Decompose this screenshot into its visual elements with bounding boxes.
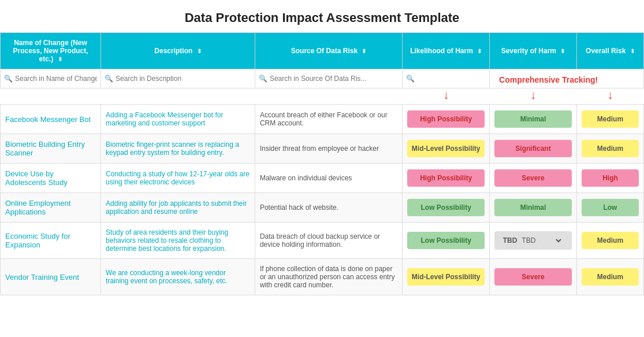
- search-icon-likelihood: 🔍: [406, 75, 415, 83]
- cell-name: Device Use by Adolescents Study: [1, 164, 101, 193]
- cell-severity: Severe: [490, 164, 577, 193]
- sort-icon-likelihood[interactable]: ⬍: [477, 48, 482, 54]
- search-icon-desc: 🔍: [105, 75, 113, 83]
- overall-badge: Low: [582, 199, 639, 216]
- cell-overall: Medium: [576, 223, 643, 259]
- search-name-cell: 🔍: [1, 69, 101, 88]
- cell-severity: Severe: [490, 259, 577, 295]
- cell-overall: High: [576, 164, 643, 193]
- table-row: Facebook Messenger BotAdding a Facebook …: [1, 105, 644, 134]
- search-icon-source: 🔍: [259, 75, 267, 83]
- search-icon-name: 🔍: [4, 75, 13, 83]
- overall-badge: Medium: [582, 268, 639, 286]
- arrow-severity: ↓: [490, 88, 577, 105]
- search-source-cell: 🔍: [255, 69, 402, 88]
- search-source-input[interactable]: [270, 75, 399, 83]
- likelihood-badge: Mid-Level Possibility: [407, 268, 485, 286]
- search-row: 🔍 🔍 🔍: [1, 69, 644, 88]
- search-desc-cell: 🔍: [101, 69, 255, 88]
- cell-severity: Significant: [490, 134, 577, 164]
- cell-source: Account breach of either Facebook or our…: [255, 105, 402, 134]
- table-row: Online Employment ApplicationsAdding abi…: [1, 193, 644, 223]
- cell-severity: Minimal: [490, 193, 577, 223]
- cell-source: Insider threat from employee or hacker: [255, 134, 402, 164]
- severity-badge: Significant: [494, 140, 572, 157]
- table-row: Economic Study for ExpansionStudy of are…: [1, 223, 644, 259]
- sort-icon-source[interactable]: ⬍: [362, 48, 366, 54]
- tbd-select[interactable]: TBDMinimalSignificantSevere: [519, 236, 563, 245]
- col-header-name: Name of Change (New Process, New Product…: [1, 33, 101, 69]
- col-header-likelihood: Likelihood of Harm ⬍: [403, 33, 490, 69]
- main-table: Name of Change (New Process, New Product…: [0, 32, 644, 295]
- cell-source: Potential hack of website.: [255, 193, 402, 223]
- arrow-overall: ↓: [576, 88, 643, 105]
- col-header-severity: Severity of Harm ⬍: [490, 33, 577, 69]
- cell-likelihood: Mid-Level Possibility: [403, 259, 490, 295]
- cell-description: We are conducting a week-long vendor tra…: [101, 259, 255, 295]
- severity-badge: Severe: [494, 268, 572, 286]
- col-header-overall: Overall Risk ⬍: [576, 33, 643, 69]
- arrow-likelihood: ↓: [403, 88, 490, 105]
- arrows-spacer: [1, 88, 403, 105]
- severity-badge: TBD TBDMinimalSignificantSevere: [494, 231, 572, 250]
- overall-badge: High: [582, 169, 639, 187]
- cell-likelihood: Low Possibility: [403, 223, 490, 259]
- arrows-row: ↓ ↓ ↓: [1, 88, 644, 105]
- table-row: Vendor Training EventWe are conducting a…: [1, 259, 644, 295]
- sort-icon-severity[interactable]: ⬍: [560, 48, 565, 54]
- cell-overall: Medium: [576, 105, 643, 134]
- sort-icon-description[interactable]: ⬍: [197, 48, 202, 54]
- cell-likelihood: Mid-Level Possibility: [403, 134, 490, 164]
- table-row: Device Use by Adolescents StudyConductin…: [1, 164, 644, 193]
- severity-badge: Minimal: [494, 110, 572, 128]
- table-wrapper: Name of Change (New Process, New Product…: [0, 32, 644, 295]
- likelihood-badge: High Possibility: [407, 110, 485, 128]
- overall-badge: Medium: [582, 232, 639, 249]
- likelihood-badge: Mid-Level Possibility: [407, 140, 485, 157]
- cell-name: Biometric Building Entry Scanner: [1, 134, 101, 164]
- col-header-description: Description ⬍: [101, 33, 255, 69]
- cell-source: If phone collection of data is done on p…: [255, 259, 402, 295]
- likelihood-badge: Low Possibility: [407, 232, 485, 249]
- cell-source: Malware on individual devices: [255, 164, 402, 193]
- overall-badge: Medium: [582, 110, 639, 128]
- likelihood-badge: Low Possibility: [407, 199, 485, 216]
- cell-name: Vendor Training Event: [1, 259, 101, 295]
- cell-name: Facebook Messenger Bot: [1, 105, 101, 134]
- page-title: Data Protection Impact Assessment Templa…: [0, 0, 644, 32]
- cell-overall: Medium: [576, 134, 643, 164]
- table-body: Facebook Messenger BotAdding a Facebook …: [1, 105, 644, 295]
- cell-description: Conducting a study of how 12-17-year old…: [101, 164, 255, 193]
- annotation-cell: Comprehensive Tracking!: [490, 69, 644, 88]
- cell-description: Biometric finger-print scanner is replac…: [101, 134, 255, 164]
- search-name-input[interactable]: [15, 75, 97, 83]
- cell-overall: Low: [576, 193, 643, 223]
- cell-description: Adding ability for job applicants to sub…: [101, 193, 255, 223]
- sort-icon-name[interactable]: ⬍: [58, 56, 62, 62]
- cell-severity: TBD TBDMinimalSignificantSevere: [490, 223, 577, 259]
- cell-description: Adding a Facebook Messenger bot for mark…: [101, 105, 255, 134]
- annotation-container: Comprehensive Tracking!: [493, 73, 640, 84]
- cell-likelihood: Low Possibility: [403, 193, 490, 223]
- col-header-source: Source Of Data Risk ⬍: [255, 33, 402, 69]
- severity-badge: Minimal: [494, 199, 572, 216]
- search-description-input[interactable]: [116, 75, 251, 83]
- table-row: Biometric Building Entry ScannerBiometri…: [1, 134, 644, 164]
- cell-overall: Medium: [576, 259, 643, 295]
- cell-description: Study of area residents and their buying…: [101, 223, 255, 259]
- likelihood-badge: High Possibility: [407, 169, 485, 187]
- severity-badge: Severe: [494, 169, 572, 187]
- cell-name: Online Employment Applications: [1, 193, 101, 223]
- annotation-text: Comprehensive Tracking!: [499, 75, 598, 84]
- cell-severity: Minimal: [490, 105, 577, 134]
- cell-source: Data breach of cloud backup service or d…: [255, 223, 402, 259]
- cell-name: Economic Study for Expansion: [1, 223, 101, 259]
- cell-likelihood: High Possibility: [403, 105, 490, 134]
- cell-likelihood: High Possibility: [403, 164, 490, 193]
- header-row: Name of Change (New Process, New Product…: [1, 33, 644, 69]
- search-likelihood-input[interactable]: [417, 75, 486, 83]
- overall-badge: Medium: [582, 140, 639, 157]
- search-likelihood-cell: 🔍: [403, 69, 490, 88]
- sort-icon-overall[interactable]: ⬍: [630, 48, 635, 54]
